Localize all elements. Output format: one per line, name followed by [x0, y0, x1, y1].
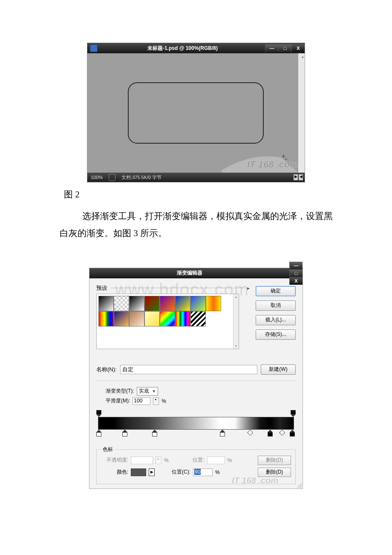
midpoint-diamond[interactable]	[279, 430, 285, 436]
gradient-type-value: 实底	[139, 388, 149, 394]
presets-flyout-icon[interactable]: ▸	[247, 285, 250, 291]
name-label: 名称(N):	[96, 366, 117, 373]
dialog-titlebar[interactable]: 渐变编辑器 — □ X	[89, 268, 303, 278]
window-titlebar[interactable]: 未标题-1.psd @ 100%(RGB/8) — □ X	[87, 43, 305, 53]
svg-line-4	[301, 487, 302, 488]
preset-swatch[interactable]	[98, 311, 114, 327]
opacity-stop[interactable]	[291, 410, 296, 417]
preset-swatch[interactable]	[175, 296, 190, 311]
svg-text:IT 168 .com: IT 168 .com	[247, 159, 298, 170]
percent-label: %	[215, 469, 220, 475]
preset-swatch[interactable]	[190, 296, 206, 311]
smoothness-input[interactable]: 100	[133, 397, 150, 405]
percent-label: %	[164, 457, 169, 463]
status-icon[interactable]	[109, 174, 115, 181]
close-button[interactable]: X	[291, 44, 305, 52]
delete-opacity-stop-button: 删除(D)	[258, 456, 291, 465]
cancel-button[interactable]: 取消	[256, 301, 296, 311]
status-slider[interactable]: ▶ ◀	[294, 174, 303, 180]
scroll-up-icon[interactable]: ▴	[302, 54, 304, 59]
name-input[interactable]	[120, 365, 257, 374]
maximize-button[interactable]: □	[289, 269, 303, 277]
smoothness-label: 平滑度(M):	[106, 397, 130, 405]
zoom-level[interactable]: 100%	[89, 175, 104, 180]
scroll-down-icon[interactable]: ▾	[235, 344, 237, 348]
preset-swatch[interactable]	[98, 296, 114, 311]
figure-caption: 图 2	[64, 188, 366, 200]
presets-scrollbar[interactable]: ▴ ▾	[233, 294, 239, 349]
window-title: 未标题-1.psd @ 100%(RGB/8)	[100, 45, 265, 52]
gradient-preview-bar[interactable]	[98, 417, 294, 430]
preset-swatch[interactable]	[144, 311, 160, 327]
body-paragraph: 选择渐变工具，打开渐变编辑器，模拟真实金属的光泽，设置黑白灰的渐变。如图 3 所…	[60, 208, 341, 242]
load-button[interactable]: 载入(L)...	[256, 315, 296, 325]
ps-document-window: 未标题-1.psd @ 100%(RGB/8) — □ X ▴ +o IT 16…	[87, 43, 305, 182]
preset-swatch[interactable]	[114, 311, 129, 327]
color-well[interactable]	[131, 468, 146, 476]
preset-swatch[interactable]	[206, 296, 221, 311]
slider-left-icon[interactable]: ◀	[299, 174, 303, 180]
opacity-stop[interactable]	[96, 410, 101, 417]
minimize-button[interactable]: —	[265, 44, 278, 52]
presets-label: 预设	[96, 284, 107, 292]
color-stop[interactable]	[268, 430, 273, 436]
smoothness-stepper[interactable]: ▸	[153, 397, 159, 405]
color-label: 颜色:	[101, 468, 128, 476]
color-stop[interactable]	[220, 430, 225, 436]
color-stop[interactable]	[96, 430, 101, 436]
watermark-it168: IT 168 .com	[228, 475, 300, 487]
percent-label: %	[161, 398, 166, 404]
color-flyout-icon[interactable]: ▶	[149, 468, 155, 476]
gradient-editor-dialog: 渐变编辑器 — □ X www.bdocx.com 预设 ▸	[89, 268, 303, 489]
color-stop[interactable]	[152, 430, 157, 436]
status-bar: 100% 文档:375.5K/0 字节 ▶ ◀	[87, 173, 305, 182]
preset-swatch[interactable]	[160, 311, 175, 327]
position2-label: 位置(C):	[165, 468, 190, 476]
presets-listbox[interactable]: ▴ ▾	[96, 294, 239, 349]
preset-swatch[interactable]	[114, 296, 129, 311]
opacity-input	[131, 457, 153, 464]
color-stop[interactable]	[290, 430, 295, 436]
preset-swatch[interactable]	[129, 296, 144, 311]
scroll-up-icon[interactable]: ▴	[235, 295, 237, 299]
preset-swatch[interactable]	[144, 296, 160, 311]
gradient-type-label: 渐变类型(T):	[106, 387, 134, 395]
svg-text:IT 168 .com: IT 168 .com	[232, 476, 278, 485]
slider-right-icon[interactable]: ▶	[294, 174, 298, 180]
gradient-bar-editor[interactable]	[96, 410, 296, 443]
stops-legend: 色标	[101, 446, 115, 453]
dialog-title: 渐变编辑器	[89, 269, 289, 277]
watermark-it168: IT 168 .com	[222, 151, 298, 173]
minimize-button[interactable]: —	[289, 262, 303, 269]
doc-icon	[90, 44, 98, 52]
preset-swatch[interactable]	[190, 311, 206, 327]
position-label: 位置:	[179, 457, 205, 464]
preset-swatch[interactable]	[160, 296, 175, 311]
position-input	[207, 457, 225, 464]
dropdown-icon: ▼	[152, 389, 156, 393]
preset-swatch[interactable]	[129, 311, 144, 327]
percent-label: %	[228, 457, 232, 463]
opacity-stepper: ▸	[156, 457, 161, 464]
gradient-type-select[interactable]: 实底 ▼	[137, 387, 158, 396]
save-button[interactable]: 存储(S)...	[256, 330, 296, 340]
opacity-label: 不透明度:	[101, 457, 128, 464]
preset-swatch[interactable]	[175, 311, 190, 327]
doc-info: 文档:375.5K/0 字节	[120, 174, 163, 181]
midpoint-diamond[interactable]	[247, 430, 253, 436]
canvas-area[interactable]: ▴ +o IT 168 .com	[87, 53, 305, 173]
resize-grip-icon[interactable]	[297, 483, 302, 488]
maximize-button[interactable]: □	[278, 44, 291, 52]
rounded-rect-shape	[128, 82, 264, 144]
ok-button[interactable]: 确定	[256, 286, 296, 296]
color-stop[interactable]	[122, 430, 127, 436]
position2-input[interactable]: 90	[193, 468, 213, 476]
new-button[interactable]: 新建(W)	[261, 364, 296, 375]
